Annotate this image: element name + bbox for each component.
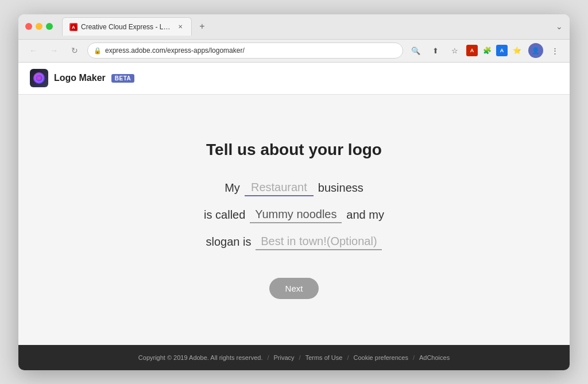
title-bar: A Creative Cloud Express - Logo... ✕ + ⌄ (18, 14, 570, 40)
tab-bar: A Creative Cloud Express - Logo... ✕ + (62, 17, 551, 36)
app-header: Logo Maker BETA (18, 63, 570, 95)
form-line1-pre: My (225, 181, 240, 195)
footer-cookies[interactable]: Cookie preferences (354, 354, 408, 361)
form-line1-post: business (318, 181, 363, 195)
extensions-group: A 🧩 A ⭐ (466, 42, 525, 59)
business-type-input[interactable] (245, 180, 314, 196)
tab-favicon: A (69, 23, 78, 31)
footer-terms[interactable]: Terms of Use (305, 354, 343, 361)
next-button[interactable]: Next (269, 278, 319, 299)
search-icon[interactable]: 🔍 (408, 42, 424, 59)
back-button[interactable]: ← (25, 42, 41, 59)
beta-badge: BETA (111, 74, 134, 83)
forward-icon: → (50, 46, 58, 55)
form-line-1: My business (204, 180, 384, 196)
slogan-input[interactable] (256, 234, 382, 250)
app-logo (30, 69, 48, 87)
address-text: express.adobe.com/express-apps/logomaker… (105, 46, 245, 55)
refresh-button[interactable]: ↻ (67, 42, 83, 59)
app-title: Logo Maker (54, 73, 106, 83)
footer-sep1: / (267, 354, 269, 361)
minimize-button[interactable] (36, 23, 42, 30)
new-tab-button[interactable]: + (194, 18, 210, 34)
share-icon[interactable]: ⬆ (427, 42, 443, 59)
ext-puzzle-icon[interactable]: 🧩 (479, 42, 495, 59)
footer-copyright: Copyright © 2019 Adobe. All rights reser… (138, 354, 263, 361)
refresh-icon: ↻ (71, 46, 78, 55)
nav-bar: ← → ↻ 🔒 express.adobe.com/express-apps/l… (18, 40, 570, 63)
ext-icon-blue[interactable]: A (496, 45, 508, 56)
footer-sep2: / (299, 354, 301, 361)
user-avatar[interactable]: 👤 (528, 43, 543, 58)
footer: Copyright © 2019 Adobe. All rights reser… (18, 345, 570, 370)
ext-icon-red[interactable]: A (466, 45, 478, 56)
bookmark-icon[interactable]: ☆ (447, 42, 463, 59)
form-line3-pre: slogan is (206, 235, 252, 249)
business-name-input[interactable] (250, 207, 342, 223)
browser-window: A Creative Cloud Express - Logo... ✕ + ⌄… (18, 14, 570, 370)
maximize-button[interactable] (46, 23, 53, 30)
chevron-down-icon[interactable]: ⌄ (556, 22, 563, 31)
tab-close-button[interactable]: ✕ (176, 23, 184, 31)
form-line-2: is called and my (204, 207, 384, 223)
traffic-lights (25, 23, 53, 30)
nav-right-icons: 🔍 ⬆ ☆ A 🧩 A ⭐ 👤 ⋮ (408, 42, 563, 59)
lock-icon: 🔒 (94, 47, 102, 55)
close-button[interactable] (25, 23, 32, 30)
footer-sep4: / (413, 354, 415, 361)
form-line2-pre: is called (204, 208, 245, 222)
active-tab[interactable]: A Creative Cloud Express - Logo... ✕ (62, 17, 192, 36)
back-icon: ← (29, 46, 37, 55)
form-container: Tell us about your logo My business is c… (204, 141, 384, 299)
ext-extra-icon[interactable]: ⭐ (509, 42, 525, 59)
address-bar[interactable]: 🔒 express.adobe.com/express-apps/logomak… (87, 42, 403, 59)
app-logo-inner (33, 72, 45, 84)
form-title: Tell us about your logo (204, 141, 384, 159)
more-options-icon[interactable]: ⋮ (547, 42, 563, 59)
svg-point-3 (37, 76, 41, 80)
forward-button[interactable]: → (46, 42, 62, 59)
footer-sep3: / (347, 354, 349, 361)
footer-privacy[interactable]: Privacy (274, 354, 295, 361)
form-line2-post: and my (346, 208, 384, 222)
main-content: Tell us about your logo My business is c… (18, 95, 570, 345)
svg-text:A: A (72, 25, 75, 30)
form-line-3: slogan is (204, 234, 384, 250)
title-bar-right: ⌄ (556, 22, 563, 31)
tab-title: Creative Cloud Express - Logo... (81, 23, 173, 31)
footer-adchoices[interactable]: AdChoices (419, 354, 450, 361)
